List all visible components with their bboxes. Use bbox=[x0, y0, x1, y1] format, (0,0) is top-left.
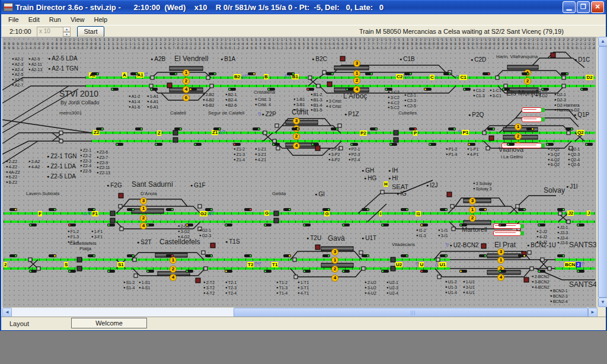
signal-icon[interactable] bbox=[557, 208, 565, 211]
signal-icon[interactable] bbox=[248, 72, 255, 75]
signal-icon[interactable] bbox=[401, 254, 408, 257]
signal-icon[interactable] bbox=[561, 72, 568, 75]
signal-icon[interactable] bbox=[68, 223, 76, 226]
signal-icon[interactable] bbox=[146, 223, 154, 226]
signal-icon[interactable] bbox=[459, 270, 467, 273]
signal-icon[interactable] bbox=[538, 223, 545, 226]
signal-icon[interactable] bbox=[350, 143, 358, 146]
signal-icon[interactable] bbox=[331, 127, 338, 130]
signal-icon[interactable] bbox=[91, 72, 99, 75]
signal-icon[interactable] bbox=[585, 143, 593, 146]
signal-icon[interactable] bbox=[342, 270, 350, 273]
signal-icon[interactable] bbox=[49, 254, 56, 257]
signal-icon[interactable] bbox=[385, 88, 392, 91]
signal-icon[interactable] bbox=[146, 270, 154, 273]
signal-icon[interactable] bbox=[459, 223, 467, 226]
signal-icon[interactable] bbox=[130, 72, 138, 75]
horizontal-scrollbar[interactable]: ◄ ► bbox=[2, 307, 598, 317]
signal-icon[interactable] bbox=[424, 88, 432, 91]
signal-icon[interactable] bbox=[420, 223, 428, 226]
signal-icon[interactable] bbox=[429, 143, 436, 146]
signal-icon[interactable] bbox=[283, 208, 291, 211]
signal-icon[interactable] bbox=[244, 208, 252, 211]
signal-icon[interactable] bbox=[186, 270, 193, 273]
signal-icon[interactable] bbox=[381, 270, 389, 273]
scroll-left-icon[interactable]: ◄ bbox=[2, 308, 12, 317]
signal-icon[interactable] bbox=[306, 88, 314, 91]
signal-icon[interactable] bbox=[443, 72, 451, 75]
signal-icon[interactable] bbox=[463, 88, 471, 91]
signal-icon[interactable] bbox=[228, 88, 236, 91]
signal-icon[interactable] bbox=[111, 88, 119, 91]
signal-icon[interactable] bbox=[522, 72, 529, 75]
signal-icon[interactable] bbox=[507, 143, 515, 146]
tab-welcome[interactable]: Welcome bbox=[71, 318, 147, 328]
signal-icon[interactable] bbox=[370, 127, 378, 130]
menu-item-run[interactable]: Run bbox=[44, 15, 66, 24]
signal-icon[interactable] bbox=[170, 72, 177, 75]
signal-icon[interactable] bbox=[577, 223, 584, 226]
signal-icon[interactable] bbox=[499, 223, 506, 226]
signal-icon[interactable] bbox=[233, 143, 241, 146]
signal-icon[interactable] bbox=[225, 223, 232, 226]
signal-icon[interactable] bbox=[29, 270, 37, 273]
signal-icon[interactable] bbox=[107, 270, 115, 273]
signal-icon[interactable] bbox=[557, 254, 565, 257]
signal-icon[interactable] bbox=[303, 270, 311, 273]
signal-icon[interactable] bbox=[88, 254, 95, 257]
signal-icon[interactable] bbox=[127, 208, 135, 211]
signal-icon[interactable] bbox=[267, 88, 275, 91]
signal-icon[interactable] bbox=[264, 223, 271, 226]
signal-icon[interactable] bbox=[479, 208, 487, 211]
signal-icon[interactable] bbox=[362, 208, 369, 211]
signal-icon[interactable] bbox=[479, 254, 487, 257]
signal-icon[interactable] bbox=[468, 143, 475, 146]
signal-icon[interactable] bbox=[253, 127, 260, 130]
signal-icon[interactable] bbox=[541, 88, 549, 91]
signal-icon[interactable] bbox=[186, 223, 193, 226]
scroll-down-icon[interactable]: ▼ bbox=[598, 298, 607, 307]
signal-icon[interactable] bbox=[499, 270, 506, 273]
signal-icon[interactable] bbox=[404, 72, 412, 75]
scroll-right-icon[interactable]: ► bbox=[588, 308, 598, 317]
signal-icon[interactable] bbox=[502, 88, 510, 91]
signal-icon[interactable] bbox=[580, 88, 588, 91]
signal-icon[interactable] bbox=[9, 254, 17, 257]
signal-icon[interactable] bbox=[96, 127, 104, 130]
tab-layout[interactable]: Layout bbox=[6, 320, 33, 327]
signal-icon[interactable] bbox=[264, 270, 271, 273]
signal-icon[interactable] bbox=[68, 270, 76, 273]
signal-icon[interactable] bbox=[107, 223, 115, 226]
signal-icon[interactable] bbox=[311, 143, 319, 146]
train[interactable] bbox=[522, 107, 542, 113]
signal-icon[interactable] bbox=[88, 208, 95, 211]
signal-icon[interactable] bbox=[566, 127, 573, 130]
signal-icon[interactable] bbox=[213, 127, 221, 130]
signal-icon[interactable] bbox=[174, 127, 182, 130]
signal-icon[interactable] bbox=[272, 143, 280, 146]
speed-input[interactable]: x 10 bbox=[37, 27, 65, 37]
menu-item-help[interactable]: Help bbox=[90, 15, 113, 24]
menu-item-file[interactable]: File bbox=[4, 15, 24, 24]
signal-icon[interactable] bbox=[326, 72, 334, 75]
signal-icon[interactable] bbox=[166, 208, 174, 211]
train[interactable] bbox=[522, 117, 542, 122]
signal-icon[interactable] bbox=[483, 72, 490, 75]
signal-icon[interactable] bbox=[487, 127, 495, 130]
vertical-scrollbar[interactable]: ▲ ▼ bbox=[598, 37, 607, 307]
train[interactable] bbox=[493, 223, 521, 229]
signal-icon[interactable] bbox=[283, 254, 291, 257]
signal-icon[interactable] bbox=[346, 88, 353, 91]
signal-icon[interactable] bbox=[9, 208, 17, 211]
signal-icon[interactable] bbox=[127, 254, 135, 257]
signal-icon[interactable] bbox=[225, 270, 232, 273]
signal-icon[interactable] bbox=[49, 208, 56, 211]
signal-icon[interactable] bbox=[287, 72, 295, 75]
menu-item-view[interactable]: View bbox=[66, 15, 90, 24]
signal-icon[interactable] bbox=[440, 208, 448, 211]
layout-canvas[interactable]: 88 89 90 91 92 93 94 95 96 97 98 9910010… bbox=[2, 37, 596, 307]
start-button[interactable]: Start bbox=[77, 26, 104, 38]
maximize-button[interactable]: ❐ bbox=[577, 1, 590, 13]
signal-icon[interactable] bbox=[389, 143, 397, 146]
signal-icon[interactable] bbox=[420, 270, 428, 273]
